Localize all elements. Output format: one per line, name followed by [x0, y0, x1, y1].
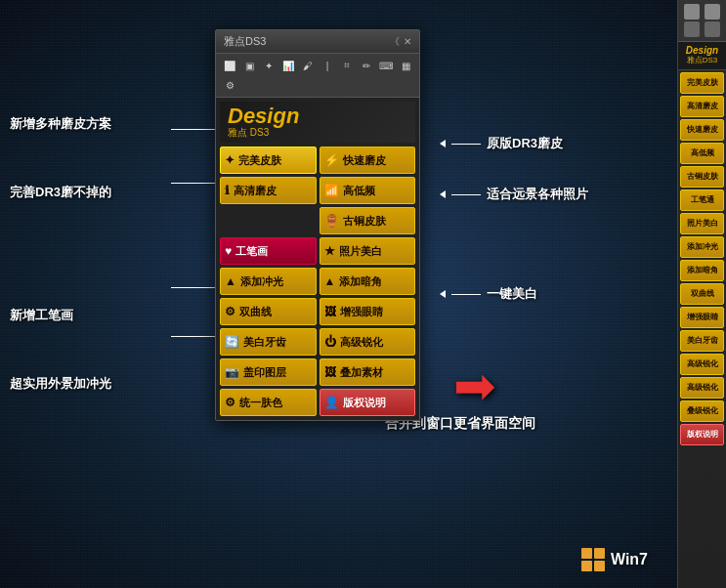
- ps-tool-2[interactable]: [705, 4, 720, 20]
- btn-copper-skin[interactable]: 🏺 古铜皮肤: [320, 207, 416, 234]
- svg-rect-3: [594, 561, 605, 571]
- high-freq-label: 高低频: [343, 184, 375, 198]
- quick-skin-label: 快速磨皮: [343, 153, 386, 168]
- right-btn-brush-canal[interactable]: 工笔通: [680, 189, 724, 211]
- sharpen-icon: ⏻: [324, 335, 336, 349]
- btn-add-material[interactable]: 🖼 叠加素材: [320, 358, 416, 386]
- btn-brush-paint[interactable]: ♥ 工笔画: [220, 237, 317, 265]
- enhance-eye-label: 增强眼睛: [340, 305, 383, 319]
- right-btn-copper-skin[interactable]: 古铜皮肤: [680, 166, 724, 188]
- annotation-new-methods: 新增多种磨皮方案: [10, 115, 111, 133]
- right-btn-add-flash[interactable]: 添加冲光: [680, 236, 724, 258]
- toolbar-gradient-icon[interactable]: ▦: [398, 58, 413, 73]
- right-annotation-original-dr3: 原版DR3磨皮: [440, 135, 563, 152]
- panel-titlebar: 雅点DS3 《 ✕: [216, 30, 419, 54]
- ps-tool-4[interactable]: [705, 21, 720, 37]
- whiten-teeth-icon: 🔄: [225, 335, 239, 349]
- svg-rect-0: [581, 548, 592, 559]
- plugin-header: Design 雅点 DS3: [220, 102, 415, 143]
- stamp-layer-icon: 📷: [225, 365, 239, 379]
- toolbar-histogram-icon[interactable]: 📊: [280, 58, 296, 73]
- right-btn-sharpen3[interactable]: 叠级锐化: [680, 400, 724, 422]
- perfect-skin-icon: ✦: [225, 153, 235, 167]
- hd-skin-label: 高清磨皮: [234, 184, 277, 198]
- copyright-icon: 👤: [324, 396, 339, 409]
- toolbar-stamp-icon[interactable]: ⌨: [378, 58, 394, 73]
- add-material-label: 叠加素材: [340, 365, 383, 380]
- add-flash-label: 添加冲光: [240, 274, 283, 289]
- hd-skin-icon: ℹ: [225, 184, 230, 197]
- btn-unify-skin[interactable]: ⚙ 统一肤色: [220, 389, 317, 416]
- btn-sharpen[interactable]: ⏻ 高级锐化: [320, 328, 416, 356]
- toolbar-sparkle-icon[interactable]: ✦: [261, 58, 277, 73]
- toolbar-separator: |: [320, 58, 335, 73]
- btn-add-shadow[interactable]: ▲ 添加暗角: [320, 268, 416, 295]
- btn-high-freq[interactable]: 📶 高低频: [320, 177, 416, 204]
- right-btn-quick-skin[interactable]: 快速磨皮: [680, 119, 724, 141]
- panel-close-btn[interactable]: ✕: [404, 36, 411, 47]
- copyright-label: 版权说明: [343, 396, 386, 410]
- toolbar-brush-icon[interactable]: 🖌: [300, 58, 316, 73]
- btn-add-flash[interactable]: ▲ 添加冲光: [220, 268, 317, 295]
- right-btn-copyright[interactable]: 版权说明: [680, 424, 724, 445]
- btn-copyright[interactable]: 👤 版权说明: [320, 389, 416, 416]
- add-shadow-label: 添加暗角: [339, 274, 382, 289]
- btn-perfect-skin[interactable]: ✦ 完美皮肤: [220, 147, 317, 174]
- plugin-grid: Design 雅点 DS3 ✦ 完美皮肤 ⚡ 快速磨皮 ℹ 高清磨皮 📶 高低频…: [216, 98, 419, 420]
- right-annotation-all-photos: 适合远景各种照片: [440, 186, 588, 203]
- toolbar-dropper-icon[interactable]: ⌗: [339, 58, 355, 73]
- ps-tool-1[interactable]: [684, 4, 700, 20]
- svg-rect-1: [594, 548, 605, 559]
- panel-controls: 《 ✕: [390, 35, 411, 49]
- toolbar-marquee-icon[interactable]: ⬜: [222, 58, 237, 73]
- right-btn-curve[interactable]: 双曲线: [680, 283, 724, 305]
- sharpen-label: 高级锐化: [340, 335, 383, 350]
- whiten-teeth-label: 美白牙齿: [243, 335, 286, 350]
- right-btn-sharpen1[interactable]: 高级锐化: [680, 354, 724, 375]
- brush-paint-label: 工笔画: [235, 244, 268, 259]
- btn-curve[interactable]: ⚙ 双曲线: [220, 298, 317, 325]
- right-btn-whiten-teeth[interactable]: 美白牙齿: [680, 330, 724, 352]
- annotation-improve-dr3: 完善DR3磨不掉的: [10, 184, 111, 201]
- photo-white-label: 照片美白: [339, 244, 382, 259]
- btn-quick-skin[interactable]: ⚡ 快速磨皮: [320, 147, 416, 174]
- toolbar-settings-icon[interactable]: ⚙: [222, 77, 237, 93]
- right-btn-sharpen2[interactable]: 高级锐化: [680, 377, 724, 399]
- toolbar-pen-icon[interactable]: ✏: [359, 58, 374, 73]
- right-btn-add-shadow[interactable]: 添加暗角: [680, 260, 724, 281]
- btn-enhance-eye[interactable]: 🖼 增强眼睛: [320, 298, 416, 325]
- plugin-panel: 雅点DS3 《 ✕ ⬜ ▣ ✦ 📊 🖌 | ⌗ ✏ ⌨ ▦ ⚙ Design 雅…: [215, 29, 420, 421]
- copper-skin-label: 古铜皮肤: [343, 214, 386, 229]
- toolbar-move-icon[interactable]: ▣: [241, 58, 257, 73]
- right-logo-sub: 雅点DS3: [682, 56, 722, 65]
- right-btn-photo-white[interactable]: 照片美白: [680, 213, 724, 234]
- annotation-new-brush: 新增工笔画: [10, 307, 111, 324]
- left-annotations: 新增多种磨皮方案 完善DR3磨不掉的 新增工笔画 超实用外景加冲光: [10, 115, 111, 393]
- brush-paint-icon: ♥: [225, 244, 232, 258]
- btn-photo-white[interactable]: ★ 照片美白: [320, 237, 416, 265]
- curve-icon: ⚙: [225, 305, 235, 318]
- enhance-eye-icon: 🖼: [324, 305, 336, 318]
- panel-toolbar: ⬜ ▣ ✦ 📊 🖌 | ⌗ ✏ ⌨ ▦ ⚙: [216, 54, 419, 98]
- right-btn-perfect-skin[interactable]: 完美皮肤: [680, 72, 724, 94]
- right-btn-enhance-eye[interactable]: 增强眼睛: [680, 307, 724, 328]
- right-btn-hd-skin[interactable]: 高清磨皮: [680, 96, 724, 117]
- btn-whiten-teeth[interactable]: 🔄 美白牙齿: [220, 328, 317, 356]
- add-shadow-icon: ▲: [324, 274, 336, 288]
- photo-white-icon: ★: [324, 244, 335, 258]
- copper-skin-icon: 🏺: [324, 214, 339, 228]
- right-btn-high-freq[interactable]: 高低频: [680, 143, 724, 164]
- btn-stamp-layer[interactable]: 📷 盖印图层: [220, 358, 317, 386]
- unify-skin-icon: ⚙: [225, 396, 235, 409]
- ps-tool-3[interactable]: [684, 21, 700, 37]
- btn-hd-skin[interactable]: ℹ 高清磨皮: [220, 177, 317, 204]
- logo-design: Design: [228, 105, 299, 127]
- win7-text: Win7: [611, 551, 648, 568]
- stamp-layer-label: 盖印图层: [243, 365, 286, 380]
- unify-skin-label: 统一肤色: [239, 396, 282, 410]
- panel-title: 雅点DS3: [224, 34, 266, 49]
- panel-collapse-btn[interactable]: 《: [390, 35, 400, 49]
- add-material-icon: 🖼: [324, 365, 336, 379]
- perfect-skin-label: 完美皮肤: [238, 153, 281, 168]
- windows-flag-icon: [579, 546, 607, 573]
